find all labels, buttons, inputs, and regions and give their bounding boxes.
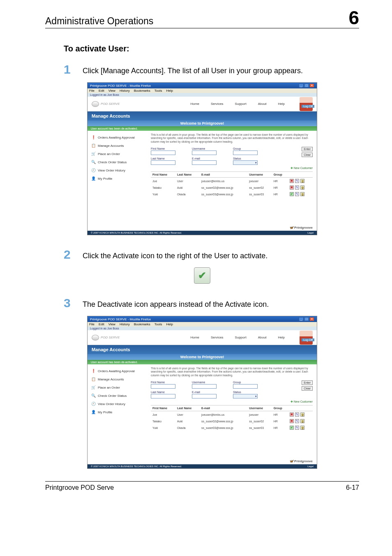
menu-item[interactable]: File (89, 322, 95, 326)
edit-icon[interactable]: ✎ (295, 179, 299, 183)
sidebar-item[interactable]: 🕘 View Order History (90, 166, 147, 174)
menu-item[interactable]: Edit (99, 89, 104, 93)
sidebar-item[interactable]: 🔍 Check Order Status (90, 392, 147, 400)
sidebar-item[interactable]: ❗ Orders Awaiting Approval (90, 367, 147, 375)
enter-button[interactable]: Enter (302, 380, 313, 385)
table-header[interactable]: First Name (151, 172, 175, 178)
new-customer-link[interactable]: New Customer (151, 400, 313, 403)
sidebar-item[interactable]: 🛒 Place an Order (90, 383, 147, 392)
status-select[interactable]: ▾ (233, 160, 258, 165)
table-header[interactable]: Username (247, 405, 272, 411)
topnav-link[interactable]: Home (191, 336, 199, 339)
edit-icon[interactable]: ✎ (295, 185, 299, 190)
topnav-link[interactable]: Help (278, 336, 285, 339)
table-header[interactable]: Last Name (175, 172, 200, 178)
first-name-input[interactable] (151, 384, 175, 389)
edit-icon[interactable]: ✎ (295, 412, 299, 417)
sidebar-item[interactable]: 👤 My Profile (90, 174, 147, 183)
topnav-link[interactable]: About (258, 336, 267, 339)
menu-item[interactable]: Bookmarks (134, 322, 150, 326)
table-header[interactable]: Group (272, 172, 288, 178)
topnav-link[interactable]: Help (278, 102, 285, 106)
logoff-link[interactable]: Log Off (302, 338, 314, 341)
edit-icon[interactable]: ✎ (295, 192, 299, 196)
new-customer-link[interactable]: New Customer (151, 167, 313, 170)
sidebar-item[interactable]: 🛒 Place an Order (90, 150, 147, 158)
activate-icon[interactable]: ✔ (290, 192, 294, 196)
menu-item[interactable]: File (89, 89, 95, 93)
menu-item[interactable]: View (108, 322, 115, 326)
deactivate-icon[interactable]: ✖ (290, 179, 294, 183)
edit-icon[interactable]: ✎ (295, 426, 299, 430)
table-header[interactable]: First Name (151, 405, 175, 411)
table-header[interactable]: Last Name (175, 405, 200, 411)
clear-button[interactable]: Clear (302, 153, 313, 157)
legal-link[interactable]: Legal (307, 232, 314, 234)
username-input[interactable] (192, 151, 217, 155)
email-input[interactable] (192, 160, 217, 165)
sidebar-item-label: My Profile (98, 410, 113, 414)
clear-button[interactable]: Clear (302, 386, 313, 391)
email-input[interactable] (192, 394, 217, 398)
minimize-button[interactable]: _ (299, 83, 304, 88)
app-logo: POD SERVE (92, 335, 120, 341)
table-header[interactable]: Group (272, 405, 288, 411)
close-button[interactable]: ✕ (309, 317, 314, 321)
menu-item[interactable]: Tools (154, 322, 162, 326)
menu-item[interactable]: Help (166, 89, 173, 93)
deactivate-icon[interactable]: ✖ (290, 185, 294, 190)
sidebar-item[interactable]: 📋 Manage Accounts (90, 141, 147, 150)
table-header[interactable]: E-mail (200, 405, 247, 411)
menu-item[interactable]: Bookmarks (134, 89, 150, 93)
delete-icon[interactable]: 🗑 (300, 412, 304, 417)
menu-item[interactable]: Tools (154, 89, 162, 93)
maximize-button[interactable]: □ (304, 317, 309, 321)
table-header[interactable]: E-mail (200, 172, 247, 178)
delete-icon[interactable]: 🗑 (300, 179, 304, 183)
menu-item[interactable]: History (120, 89, 130, 93)
sidebar-item[interactable]: ❗ Orders Awaiting Approval (90, 133, 147, 141)
logo-icon (92, 335, 99, 341)
username-input[interactable] (192, 384, 217, 389)
deactivate-icon[interactable]: ✖ (290, 419, 294, 423)
sidebar-item[interactable]: 🕘 View Order History (90, 400, 147, 408)
logoff-link[interactable]: Log Off (302, 105, 314, 108)
menu-item[interactable]: View (108, 89, 115, 93)
topnav-link[interactable]: Support (235, 102, 247, 106)
sidebar-item[interactable]: 📋 Manage Accounts (90, 375, 147, 383)
edit-icon[interactable]: ✎ (295, 419, 299, 423)
delete-icon[interactable]: 🗑 (300, 419, 304, 423)
copyright: © 2007 KONICA MINOLTA BUSINESS TECHNOLOG… (91, 465, 182, 468)
deactivate-icon[interactable]: ✖ (290, 412, 294, 417)
menu-item[interactable]: Help (166, 322, 173, 326)
activate-icon[interactable]: ✔ (290, 426, 294, 430)
topnav-link[interactable]: Services (211, 102, 224, 106)
filter-label: Username (192, 381, 205, 384)
sidebar-item-label: Orders Awaiting Approval (98, 136, 135, 139)
table-header[interactable]: Username (247, 172, 272, 178)
topnav-link[interactable]: Home (191, 102, 199, 106)
minimize-button[interactable]: _ (299, 317, 304, 321)
delete-icon[interactable]: 🗑 (300, 426, 304, 430)
last-name-input[interactable] (151, 160, 175, 165)
sidebar-icon: 🛒 (91, 151, 96, 156)
topnav-link[interactable]: About (258, 102, 267, 106)
status-select[interactable]: ▾ (233, 394, 258, 398)
first-name-input[interactable] (151, 151, 175, 155)
delete-icon[interactable]: 🗑 (300, 185, 304, 190)
delete-icon[interactable]: 🗑 (300, 192, 304, 196)
sidebar-item[interactable]: 👤 My Profile (90, 408, 147, 416)
menu-item[interactable]: Edit (99, 322, 104, 326)
legal-link[interactable]: Legal (307, 465, 314, 468)
topnav-link[interactable]: Services (211, 336, 224, 339)
close-button[interactable]: ✕ (309, 83, 314, 88)
group-input[interactable] (233, 384, 258, 389)
maximize-button[interactable]: □ (304, 83, 309, 88)
sidebar-item[interactable]: 🔍 Check Order Status (90, 158, 147, 166)
step-text: Click the Activate icon to the right of … (83, 248, 267, 262)
topnav-link[interactable]: Support (235, 336, 247, 339)
last-name-input[interactable] (151, 394, 175, 398)
menu-item[interactable]: History (120, 322, 130, 326)
enter-button[interactable]: Enter (302, 147, 313, 151)
group-input[interactable] (233, 151, 258, 155)
